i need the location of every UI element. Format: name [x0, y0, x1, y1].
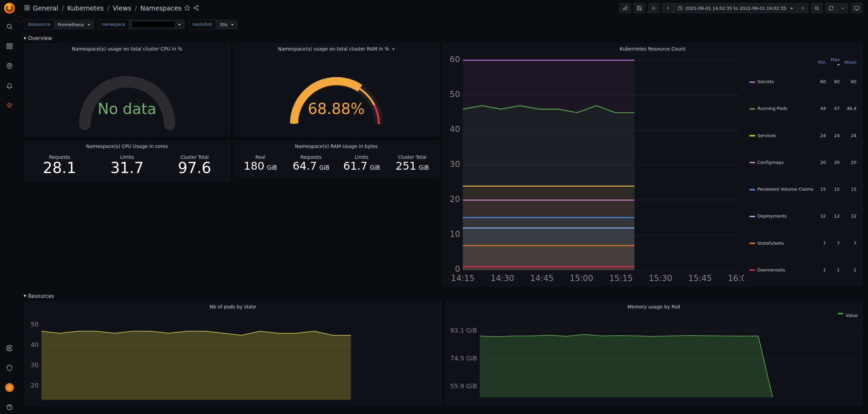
var-namespace[interactable]: namespace	[98, 20, 185, 29]
svg-point-6	[8, 347, 10, 349]
redacted-value	[132, 22, 175, 27]
breadcrumb-item[interactable]: Views	[113, 4, 131, 12]
svg-text:50: 50	[450, 90, 460, 99]
svg-text:0: 0	[455, 264, 460, 274]
refresh-button[interactable]	[825, 3, 837, 13]
row-resources-header[interactable]: ▶Resources	[19, 290, 868, 301]
svg-rect-16	[624, 7, 625, 10]
svg-rect-4	[10, 47, 12, 49]
plugins-icon[interactable]	[3, 98, 16, 112]
var-resolution[interactable]: resolution 30s	[189, 20, 237, 29]
svg-rect-15	[623, 8, 624, 10]
panel-ram-gauge[interactable]: Namespace(s) usage on total cluster RAM …	[233, 43, 439, 137]
row-overview-header[interactable]: ▶Overview	[19, 33, 868, 43]
mem-by-pod-chart: 55.9 GiB74.5 GiB93.1 GiB	[445, 319, 863, 397]
breadcrumb: General/ Kubernetes/ Views/ Namespaces	[33, 4, 181, 12]
svg-text:10: 10	[450, 229, 460, 239]
var-datasource[interactable]: datasource Prometheus	[24, 20, 94, 29]
svg-text:55.9 GiB: 55.9 GiB	[450, 382, 477, 390]
explore-icon[interactable]	[3, 59, 16, 73]
mem-legend: Value	[445, 312, 863, 319]
svg-rect-17	[626, 6, 627, 10]
svg-text:40: 40	[450, 125, 460, 134]
svg-text:15:00: 15:00	[570, 274, 593, 283]
breadcrumb-item[interactable]: Namespaces	[140, 4, 182, 12]
variable-bar: datasource Prometheus namespace resoluti…	[19, 16, 868, 33]
svg-point-14	[197, 9, 199, 11]
resource-count-legend: MinMaxMean Secrets606060Running Pods4447…	[747, 56, 859, 284]
dashboard-icon	[24, 5, 30, 12]
time-range-text: 2022-09-01 14:02:35 to 2022-09-01 16:02:…	[686, 6, 786, 11]
help-icon[interactable]	[3, 400, 16, 414]
svg-rect-9	[28, 5, 30, 7]
main: General/ Kubernetes/ Views/ Namespaces 2…	[19, 0, 868, 414]
svg-text:14:15: 14:15	[451, 274, 475, 283]
grafana-logo[interactable]	[4, 3, 15, 14]
view-mode-button[interactable]	[851, 3, 863, 13]
expand-sidenav-button[interactable]	[16, 15, 24, 23]
svg-text:20: 20	[450, 194, 460, 204]
svg-rect-3	[7, 47, 9, 49]
breadcrumb-item[interactable]: General	[33, 4, 58, 12]
panel-cpu-gauge[interactable]: Namespace(s) usage on total cluster CPU …	[24, 43, 230, 137]
svg-rect-11	[28, 8, 30, 10]
zoom-out-button[interactable]	[811, 3, 823, 13]
time-forward-button[interactable]	[797, 3, 808, 13]
breadcrumb-item[interactable]: Kubernetes	[67, 4, 104, 12]
time-range-picker[interactable]: 2022-09-01 14:02:35 to 2022-09-01 16:02:…	[674, 3, 797, 13]
refresh-interval-button[interactable]	[837, 3, 848, 13]
svg-text:60: 60	[450, 56, 460, 64]
gauge-empty	[68, 60, 187, 131]
add-panel-button[interactable]	[619, 3, 631, 13]
save-button[interactable]	[634, 3, 645, 13]
svg-rect-10	[25, 8, 26, 10]
time-back-button[interactable]	[662, 3, 674, 13]
settings-button[interactable]	[648, 3, 659, 13]
svg-text:30: 30	[31, 361, 39, 369]
admin-icon[interactable]	[3, 361, 16, 375]
pods-state-chart: 20304050	[24, 312, 442, 400]
resource-count-chart: 010203040506014:1514:3014:4515:0015:1515…	[445, 56, 744, 284]
svg-text:15:30: 15:30	[649, 274, 672, 283]
svg-point-12	[197, 5, 199, 7]
alerting-icon[interactable]	[3, 79, 16, 92]
svg-point-5	[7, 63, 12, 69]
search-icon[interactable]	[3, 20, 16, 33]
panel-resource-count[interactable]: Kubernetes Resource Count 01020304050601…	[443, 43, 863, 286]
svg-text:93.1 GiB: 93.1 GiB	[450, 327, 477, 334]
svg-point-0	[7, 24, 11, 28]
gauge-value: No data	[98, 100, 156, 117]
svg-text:14:30: 14:30	[490, 274, 514, 283]
svg-text:50: 50	[31, 321, 39, 328]
svg-text:15:15: 15:15	[609, 274, 633, 283]
dashboards-icon[interactable]	[3, 39, 16, 53]
svg-rect-1	[7, 44, 9, 46]
gauge-value: 68.88%	[308, 100, 365, 117]
svg-text:30: 30	[450, 159, 460, 169]
svg-rect-2	[10, 44, 12, 46]
configuration-icon[interactable]	[3, 341, 16, 355]
panel-ram-bytes[interactable]: Namespace(s) RAM Usage in bytes Real180 …	[233, 140, 439, 177]
svg-rect-8	[25, 5, 26, 7]
svg-text:16:00: 16:00	[728, 274, 744, 283]
gauge-ram	[277, 60, 396, 131]
svg-text:14:45: 14:45	[530, 274, 554, 283]
svg-text:20: 20	[31, 382, 39, 389]
svg-rect-21	[854, 6, 859, 10]
sidenav	[0, 0, 19, 414]
svg-text:74.5 GiB: 74.5 GiB	[450, 355, 477, 362]
svg-point-13	[194, 7, 196, 8]
panel-pods-state[interactable]: Nb of pods by state 20304050	[24, 301, 442, 406]
topbar: General/ Kubernetes/ Views/ Namespaces 2…	[19, 0, 868, 16]
panel-mem-by-pod[interactable]: Memory usage by Pod Value 55.9 GiB74.5 G…	[445, 301, 863, 406]
profile-avatar[interactable]	[3, 381, 16, 394]
panel-cpu-cores[interactable]: Namespace(s) CPU Usage in cores Requests…	[24, 140, 230, 182]
svg-point-18	[653, 7, 654, 9]
svg-text:15:45: 15:45	[688, 274, 712, 283]
svg-text:40: 40	[31, 341, 39, 348]
star-icon[interactable]	[184, 5, 190, 12]
share-icon[interactable]	[193, 5, 199, 12]
